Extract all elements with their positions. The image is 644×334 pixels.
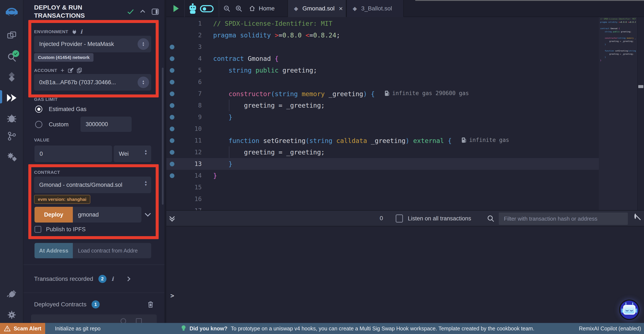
tab-ballot[interactable]: ◆ 3_Ballot.sol: [346, 0, 404, 17]
line-marker-dot[interactable]: [166, 127, 178, 131]
transactions-info-icon[interactable]: i: [112, 276, 114, 282]
tab-home[interactable]: Home: [249, 3, 275, 14]
divider: [24, 265, 164, 265]
code-line-13[interactable]: 13 }: [166, 158, 599, 170]
clear-console-ban-icon[interactable]: [634, 214, 636, 219]
expand-terminal-chevrons-icon[interactable]: [170, 215, 174, 221]
transactions-expand-chevron-icon[interactable]: [126, 277, 130, 282]
value-unit-select[interactable]: Wei ▲▼: [114, 145, 151, 162]
editor-scrollbar-thumb[interactable]: [638, 85, 643, 88]
account-stepper-icon[interactable]: ▲▼: [138, 77, 149, 88]
run-script-play-icon[interactable]: [173, 5, 180, 13]
custom-gas-input[interactable]: [80, 117, 132, 132]
file-explorer-icon[interactable]: [0, 28, 24, 42]
remixai-robot-icon[interactable]: [188, 3, 198, 15]
scam-alert-button[interactable]: Scam Alert: [0, 323, 45, 334]
sign-message-icon[interactable]: [68, 68, 74, 73]
code-line-12[interactable]: 12 greeting = _greeting;: [166, 146, 599, 158]
code-line-16[interactable]: 16: [166, 193, 599, 205]
at-address-input[interactable]: [73, 243, 151, 258]
terminal-prompt[interactable]: >: [170, 292, 174, 299]
pin-panel-icon[interactable]: [152, 8, 159, 16]
solidity-compiler-icon[interactable]: [0, 70, 24, 84]
environment-plug-icon[interactable]: [72, 29, 77, 34]
publish-ipfs-checkbox[interactable]: [34, 226, 41, 233]
at-address-button[interactable]: At Address: [34, 243, 73, 258]
transaction-filter-input[interactable]: [499, 213, 628, 225]
line-marker-dot[interactable]: [166, 80, 178, 84]
git-init-button[interactable]: Initialize as git repo: [55, 326, 100, 332]
zoom-out-icon[interactable]: [224, 5, 231, 13]
line-marker-dot[interactable]: [166, 45, 178, 49]
panel-scrollbar[interactable]: [162, 68, 164, 205]
code-line-4[interactable]: 4contract Gmonad {: [166, 53, 599, 64]
deploy-expand-chevron-icon[interactable]: [145, 211, 151, 217]
contract-stepper-icon[interactable]: ▲▼: [144, 180, 147, 186]
line-marker-dot[interactable]: [166, 173, 178, 178]
estimated-gas-radio[interactable]: [35, 105, 42, 113]
environment-stepper-icon[interactable]: ▲▼: [138, 38, 149, 50]
remix-logo-icon[interactable]: [0, 6, 24, 19]
line-marker-dot[interactable]: [166, 56, 178, 61]
listen-transactions-checkbox[interactable]: [396, 214, 403, 223]
line-marker-dot[interactable]: [166, 138, 178, 143]
search-icon[interactable]: [0, 51, 24, 64]
code-line-7[interactable]: 7 constructor(string memory _greeting) {…: [166, 88, 599, 100]
git-icon[interactable]: [0, 129, 24, 143]
code-line-14[interactable]: 14}: [166, 170, 599, 181]
clear-deployed-trash-icon[interactable]: [147, 301, 154, 308]
debugger-bug-icon[interactable]: [0, 111, 24, 125]
estimated-gas-option[interactable]: Estimated Gas: [35, 105, 86, 113]
line-marker-dot[interactable]: [166, 150, 178, 155]
copy-account-icon[interactable]: [77, 68, 82, 73]
terminal-search-icon[interactable]: [487, 215, 495, 223]
line-number: 5: [178, 67, 202, 74]
zoom-in-icon[interactable]: [235, 5, 242, 13]
editor-tabbar: Home ◆ Gmonad.sol × ◆ 3_Ballot.sol: [166, 0, 644, 17]
code-line-6[interactable]: 6: [166, 76, 599, 88]
panel-title: DEPLOY & RUN TRANSACTIONS: [34, 3, 108, 19]
collapse-panel-chevron-icon[interactable]: [140, 10, 145, 15]
code-line-3[interactable]: 3: [166, 41, 599, 53]
close-tab-icon[interactable]: ×: [339, 5, 343, 12]
value-label: VALUE: [34, 137, 50, 143]
editor-body[interactable]: 1// SPDX-License-Identifier: MIT2pragma …: [166, 17, 644, 210]
line-number: 4: [178, 55, 202, 62]
copilot-toggle[interactable]: [200, 5, 214, 12]
environment-select[interactable]: Injected Provider - MetaMask ▲▼: [34, 36, 151, 52]
code-line-10[interactable]: 10: [166, 123, 599, 135]
code-line-5[interactable]: 5 string public greeting;: [166, 64, 599, 76]
deploy-arg-input[interactable]: [73, 207, 142, 223]
value-unit-stepper-icon[interactable]: ▲▼: [144, 149, 147, 155]
deploy-and-run-icon[interactable]: [0, 91, 24, 105]
line-marker-dot[interactable]: [166, 162, 178, 166]
line-number: 15: [178, 184, 202, 191]
code-line-11[interactable]: 11 function setGreeting(string calldata …: [166, 135, 599, 146]
code-line-2[interactable]: 2pragma solidity >=0.8.0 <=0.8.24;: [166, 29, 599, 41]
custom-gas-option[interactable]: Custom: [35, 121, 68, 128]
line-marker-dot[interactable]: [166, 68, 178, 73]
code-line-1[interactable]: 1// SPDX-License-Identifier: MIT: [166, 18, 599, 29]
contract-select[interactable]: Gmonad - contracts/Gmonad.sol ▲▼: [34, 177, 151, 193]
code-line-15[interactable]: 15: [166, 181, 599, 193]
line-marker-dot[interactable]: [166, 115, 178, 120]
line-marker-dot[interactable]: [166, 91, 178, 96]
publish-ipfs-row[interactable]: Publish to IPFS: [34, 226, 86, 233]
account-select[interactable]: 0xB1a...AF67b (7037.30466... ▲▼: [34, 74, 151, 91]
code-line-17[interactable]: 17: [166, 205, 599, 210]
environment-info-icon[interactable]: i: [80, 28, 82, 35]
code-line-8[interactable]: 8 greeting = _greeting;: [166, 100, 599, 111]
remixai-assistant-button[interactable]: [619, 300, 640, 320]
add-account-icon[interactable]: +: [61, 67, 64, 74]
value-input[interactable]: [34, 145, 112, 162]
minimap[interactable]: // SPDX-License-Identifier: MITpragma so…: [599, 17, 637, 210]
transactions-recorded-row[interactable]: Transactions recorded 2 i: [34, 275, 154, 283]
settings-gear-icon[interactable]: [0, 308, 24, 322]
custom-gas-radio[interactable]: [35, 121, 42, 128]
code-line-9[interactable]: 9 }: [166, 111, 599, 123]
plug-icon[interactable]: [0, 288, 24, 302]
plugin-manager-gears-icon[interactable]: [0, 150, 24, 163]
deploy-button[interactable]: Deploy: [34, 207, 73, 223]
line-marker-dot[interactable]: [166, 103, 178, 108]
tab-gmonad[interactable]: ◆ Gmonad.sol ×: [288, 0, 346, 17]
